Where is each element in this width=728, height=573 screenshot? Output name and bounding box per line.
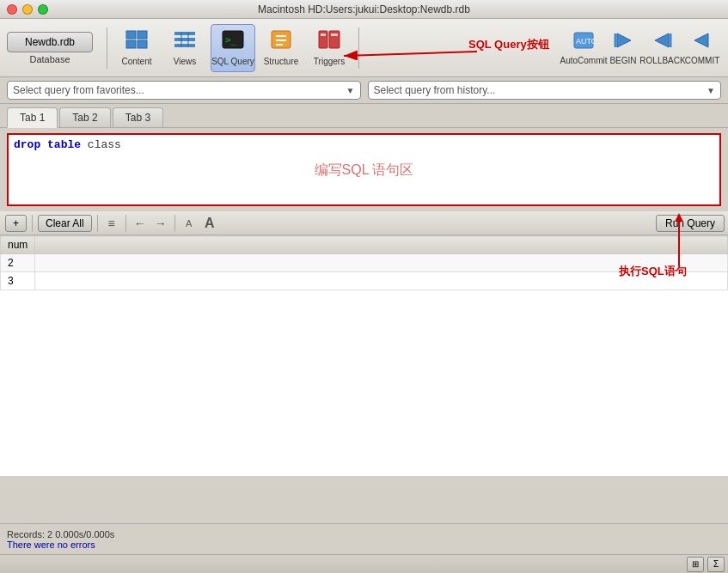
commit-label: COMMIT [685, 56, 720, 65]
history-placeholder: Select query from history... [374, 84, 496, 96]
triggers-button[interactable]: Triggers [307, 24, 352, 72]
column-header-num: num [1, 236, 35, 254]
sql-query-label: SQL Query [211, 57, 254, 66]
results-toolbar: + Clear All ≡ ← → A A Run Query [0, 211, 728, 235]
format-icon-btn[interactable]: ≡ [101, 213, 122, 234]
sql-text-class: class [88, 138, 121, 151]
maximize-button[interactable] [38, 4, 48, 15]
autocommit-icon: AUTO [572, 31, 595, 54]
svg-rect-17 [321, 34, 326, 36]
table-row: 2 [1, 254, 728, 272]
begin-icon [612, 31, 634, 54]
sql-keyword-table: table [47, 138, 81, 151]
svg-rect-18 [331, 34, 338, 36]
favorites-arrow-icon: ▼ [346, 86, 355, 95]
status-bar: Records: 2 0.000s/0.000s There were no e… [0, 523, 728, 554]
grid-icon-btn[interactable]: ⊞ [687, 557, 704, 572]
tab-2[interactable]: Tab 2 [59, 107, 110, 127]
commit-icon [691, 31, 713, 54]
autocommit-label: AutoCommit [560, 56, 608, 65]
sql-editor[interactable]: drop table class 编写SQL 语句区 [7, 133, 721, 206]
content-label: Content [121, 57, 151, 66]
sql-keyword-drop: drop [14, 138, 40, 151]
content-icon [125, 29, 149, 55]
history-arrow-icon: ▼ [707, 86, 715, 95]
run-query-button[interactable]: Run Query [656, 215, 725, 232]
main-toolbar: Newdb.rdb Database Content Views [0, 19, 728, 77]
views-button[interactable]: Views [162, 24, 207, 72]
svg-rect-5 [174, 38, 195, 41]
svg-rect-1 [138, 31, 147, 39]
next-icon-btn[interactable]: → [150, 213, 171, 234]
tabs-bar: Tab 1 Tab 2 Tab 3 [0, 104, 728, 128]
font-small-btn[interactable]: A [179, 213, 199, 234]
results-toolbar-sep-1 [32, 215, 33, 232]
begin-label: BEGIN [609, 56, 636, 65]
svg-marker-25 [694, 34, 708, 47]
results-toolbar-sep-4 [174, 215, 175, 232]
window-title: Macintosh HD:Users:jukui:Desktop:Newdb.r… [258, 3, 470, 15]
svg-text:>_: >_ [225, 34, 237, 46]
prev-icon-btn[interactable]: ← [130, 213, 150, 234]
structure-label: Structure [264, 57, 299, 66]
results-toolbar-sep-3 [125, 215, 126, 232]
triggers-icon [317, 29, 341, 55]
window-controls[interactable] [7, 4, 48, 15]
favorites-select[interactable]: Select query from favorites... ▼ [7, 81, 361, 100]
status-errors: There were no errors [7, 539, 721, 550]
cell-empty-2 [35, 272, 728, 290]
rollback-label: ROLLBACK [639, 56, 685, 65]
results-table: num 2 3 [0, 235, 728, 290]
rollback-icon [652, 31, 674, 54]
svg-rect-0 [126, 31, 136, 39]
clear-all-button[interactable]: Clear All [38, 215, 92, 232]
commit-button[interactable]: COMMIT [683, 26, 721, 70]
content-button[interactable]: Content [114, 24, 159, 72]
results-area: num 2 3 [0, 235, 728, 476]
tab-3[interactable]: Tab 3 [113, 107, 163, 127]
views-label: Views [174, 57, 197, 66]
minimize-button[interactable] [22, 4, 33, 15]
toolbar-separator-2 [358, 27, 359, 69]
toolbar-separator [107, 27, 107, 69]
begin-button[interactable]: BEGIN [604, 26, 642, 70]
cell-num-2: 3 [1, 272, 35, 290]
results-toolbar-sep-2 [97, 215, 98, 232]
sql-query-icon: >_ [221, 29, 245, 55]
close-button[interactable] [7, 4, 17, 15]
svg-marker-21 [617, 34, 631, 47]
add-row-button[interactable]: + [5, 215, 27, 232]
views-icon [173, 29, 197, 55]
title-bar: Macintosh HD:Users:jukui:Desktop:Newdb.r… [0, 0, 728, 19]
svg-rect-3 [138, 40, 147, 48]
status-records: Records: 2 0.000s/0.000s [7, 529, 721, 539]
sql-watermark: 编写SQL 语句区 [315, 161, 414, 179]
bottom-bar: ⊞ Σ [0, 554, 728, 573]
sigma-icon-btn[interactable]: Σ [707, 557, 725, 572]
svg-text:AUTO: AUTO [576, 37, 595, 46]
svg-rect-4 [174, 32, 195, 35]
column-header-empty [35, 236, 728, 254]
query-bars: Select query from favorites... ▼ Select … [0, 77, 728, 104]
autocommit-button[interactable]: AUTO AutoCommit [565, 26, 603, 70]
history-select[interactable]: Select query from history... ▼ [368, 81, 722, 100]
structure-icon [269, 29, 293, 55]
structure-button[interactable]: Structure [259, 24, 303, 72]
favorites-placeholder: Select query from favorites... [13, 84, 144, 96]
database-button[interactable]: Newdb.rdb [7, 32, 93, 52]
triggers-label: Triggers [314, 57, 345, 66]
svg-rect-2 [126, 40, 136, 48]
font-large-btn[interactable]: A [199, 213, 220, 234]
table-row: 3 [1, 272, 728, 290]
svg-marker-23 [655, 34, 669, 47]
cell-empty-1 [35, 254, 728, 272]
commit-toolbar: AUTO AutoCommit BEGIN ROLLBACK [565, 26, 721, 70]
tab-1[interactable]: Tab 1 [7, 107, 58, 128]
cell-num-1: 2 [1, 254, 35, 272]
sql-query-button[interactable]: >_ SQL Query [211, 24, 255, 72]
database-label: Database [29, 54, 70, 64]
svg-rect-6 [174, 44, 195, 47]
rollback-button[interactable]: ROLLBACK [644, 26, 682, 70]
sql-editor-content: drop table class [9, 135, 719, 155]
